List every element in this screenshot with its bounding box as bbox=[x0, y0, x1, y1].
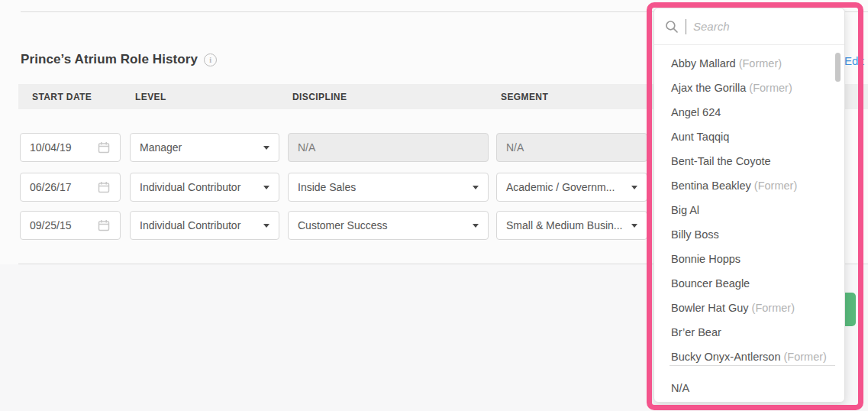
search-icon bbox=[665, 20, 679, 34]
option-name: Aunt Taqqiq bbox=[671, 131, 729, 143]
option-name: Big Al bbox=[671, 204, 699, 216]
chevron-down-icon bbox=[631, 224, 637, 228]
dropdown-option[interactable]: Bucky Onyx-Antlerson (Former) bbox=[654, 345, 844, 366]
dropdown-option-list: Abby Mallard (Former) Ajax the Gorilla (… bbox=[654, 45, 844, 366]
discipline-value: Inside Sales bbox=[298, 181, 466, 193]
chevron-down-icon bbox=[473, 224, 479, 228]
level-select[interactable]: Manager bbox=[130, 133, 279, 162]
calendar-icon[interactable] bbox=[97, 180, 111, 194]
start-date-input[interactable]: 09/25/15 bbox=[20, 211, 121, 240]
level-select[interactable]: Individual Contributor bbox=[130, 173, 279, 202]
discipline-select[interactable]: Customer Success bbox=[288, 211, 489, 240]
calendar-icon[interactable] bbox=[97, 141, 111, 154]
chevron-down-icon bbox=[263, 224, 269, 228]
discipline-select[interactable]: Inside Sales bbox=[288, 173, 489, 202]
option-name: Ajax the Gorilla bbox=[671, 82, 746, 94]
option-former-tag: (Former) bbox=[752, 302, 795, 314]
dropdown-option[interactable]: Abby Mallard (Former) bbox=[654, 51, 844, 76]
dropdown-option[interactable]: Bonnie Hopps bbox=[654, 247, 844, 271]
segment-select: N/A bbox=[496, 133, 647, 162]
start-date-input[interactable]: 10/04/19 bbox=[20, 133, 121, 162]
chevron-down-icon bbox=[263, 146, 269, 150]
start-date-value: 09/25/15 bbox=[30, 219, 91, 231]
start-date-input[interactable]: 06/26/17 bbox=[20, 173, 121, 202]
option-former-tag: (Former) bbox=[749, 82, 792, 94]
option-name: Bucky Onyx-Antlerson bbox=[671, 351, 780, 363]
dropdown-option[interactable]: Angel 624 bbox=[654, 100, 844, 125]
level-value: Individual Contributor bbox=[140, 181, 257, 193]
segment-select[interactable]: Small & Medium Busin... bbox=[496, 211, 647, 240]
dropdown-option[interactable]: Br’er Bear bbox=[654, 320, 844, 345]
dropdown-search-row bbox=[654, 8, 844, 45]
option-name: Angel 624 bbox=[671, 106, 721, 118]
calendar-icon[interactable] bbox=[97, 218, 111, 232]
option-name: Br’er Bear bbox=[671, 326, 721, 338]
segment-value: Small & Medium Busin... bbox=[506, 219, 625, 231]
discipline-value: Customer Success bbox=[298, 219, 466, 231]
chevron-down-icon bbox=[631, 186, 637, 189]
option-name: Bent-Tail the Coyote bbox=[671, 155, 771, 167]
page: Prince’s Atrium Role History i Edit STAR… bbox=[0, 0, 868, 411]
segment-select[interactable]: Academic / Governm... bbox=[496, 173, 647, 202]
option-former-tag: (Former) bbox=[783, 351, 826, 363]
dropdown-option[interactable]: Ajax the Gorilla (Former) bbox=[654, 76, 844, 100]
option-name: Abby Mallard bbox=[671, 57, 736, 70]
dropdown-option[interactable]: Bentina Beakley (Former) bbox=[654, 173, 844, 198]
option-name: Billy Boss bbox=[671, 228, 719, 241]
dropdown-option[interactable]: Billy Boss bbox=[654, 222, 844, 247]
option-name: Bouncer Beagle bbox=[671, 277, 750, 290]
option-name: Bowler Hat Guy bbox=[671, 302, 749, 314]
discipline-select: N/A bbox=[288, 133, 489, 162]
start-date-value: 10/04/19 bbox=[30, 141, 91, 154]
dropdown-option[interactable]: Bowler Hat Guy (Former) bbox=[654, 296, 844, 320]
dropdown-option[interactable]: Aunt Taqqiq bbox=[654, 125, 844, 149]
start-date-value: 06/26/17 bbox=[30, 181, 91, 193]
level-value: Manager bbox=[140, 141, 257, 154]
option-former-tag: (Former) bbox=[754, 180, 797, 192]
dropdown-option[interactable]: Bouncer Beagle bbox=[654, 271, 844, 296]
text-cursor bbox=[686, 19, 686, 34]
chevron-down-icon bbox=[263, 186, 269, 189]
option-name: Bonnie Hopps bbox=[671, 253, 741, 265]
option-former-tag: (Former) bbox=[739, 57, 782, 70]
dropdown-divider bbox=[670, 365, 835, 366]
dropdown-option[interactable]: Big Al bbox=[654, 198, 844, 222]
dropdown-option-na[interactable]: N/A bbox=[654, 373, 844, 403]
chevron-down-icon bbox=[473, 186, 479, 189]
segment-value: Academic / Governm... bbox=[506, 181, 625, 193]
level-select[interactable]: Individual Contributor bbox=[130, 211, 279, 240]
level-value: Individual Contributor bbox=[140, 219, 257, 231]
scrollbar-thumb[interactable] bbox=[835, 53, 841, 82]
search-input[interactable] bbox=[693, 20, 834, 33]
dropdown-option[interactable]: Bent-Tail the Coyote bbox=[654, 149, 844, 173]
segment-value: N/A bbox=[506, 141, 637, 154]
person-dropdown-panel: Abby Mallard (Former) Ajax the Gorilla (… bbox=[653, 8, 845, 403]
discipline-value: N/A bbox=[298, 141, 479, 154]
option-name: Bentina Beakley bbox=[671, 180, 751, 192]
